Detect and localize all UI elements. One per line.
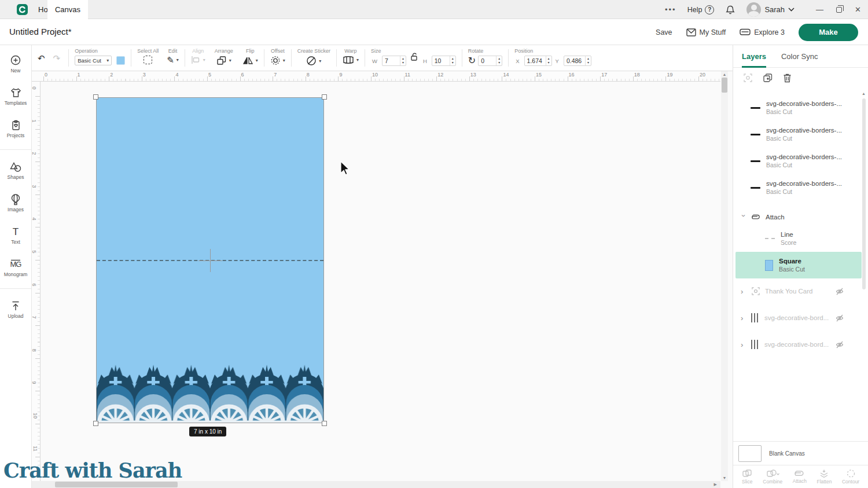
tab-canvas[interactable]: Canvas [47,0,88,19]
selection-handle-top-right[interactable] [322,94,327,100]
position-y-input[interactable] [564,57,585,64]
hidden-eye-icon[interactable] [836,341,844,348]
group-button[interactable] [743,73,753,85]
selection-handle-top-left[interactable] [93,94,98,100]
position-x-input[interactable] [525,57,546,64]
layer-row[interactable]: svg-decorative-borders-... Basic Cut [733,121,868,148]
color-swatch[interactable] [116,56,125,65]
chevron-collapsed-icon[interactable]: › [741,287,746,296]
position-y-field[interactable]: ▴▾ [564,56,591,66]
duplicate-button[interactable] [763,73,773,85]
sidebar-item-shapes[interactable]: Shapes [8,161,24,180]
rotate-input[interactable] [479,57,496,64]
notifications-bell-icon[interactable] [725,5,735,15]
slice-button[interactable]: Slice [742,469,753,485]
hidden-eye-icon[interactable] [836,314,844,322]
machine-select-button[interactable]: Explore 3 [740,28,785,36]
selection-handle-bottom-left[interactable] [93,421,98,426]
layer-row-selected[interactable]: Square Basic Cut [735,252,862,278]
delete-button[interactable] [783,73,792,85]
sidebar-item-new[interactable]: New [9,54,22,74]
sidebar-item-images[interactable]: Images [8,193,24,212]
maximize-button[interactable] [836,7,842,13]
height-stepper[interactable]: ▴▾ [450,56,455,65]
attach-button[interactable]: Attach [793,469,807,484]
panel-scrollbar[interactable]: ▲ [862,91,866,438]
flip-label: Flip [246,48,255,54]
scroll-right-icon[interactable]: ▶ [714,482,717,487]
height-field[interactable]: ▴▾ [432,56,456,66]
help-button[interactable]: Help ? [687,5,715,14]
sidebar-item-upload[interactable]: Upload [8,300,24,319]
contour-button[interactable]: Contour [842,469,859,485]
border-group-row[interactable]: › svg-decorative-bord... [733,336,868,353]
rotate-field[interactable]: ▴▾ [478,56,502,66]
position-y-stepper[interactable]: ▴▾ [585,56,591,65]
arrange-label: Arrange [215,48,233,54]
user-menu[interactable]: Sarah [746,2,795,17]
edit-group[interactable]: Edit ✎ ▾ [167,45,179,71]
chevron-collapsed-icon[interactable]: › [741,314,746,322]
operation-select[interactable]: Basic Cut ▾ [75,56,112,65]
flip-group[interactable]: Flip ▾ [242,45,258,71]
undo-icon[interactable]: ↶ [38,54,45,63]
selection-handle-bottom-right[interactable] [322,421,327,426]
warp-group[interactable]: Warp ▾ [343,45,359,71]
rotate-icon[interactable]: ↻ [468,56,476,65]
card-shape[interactable] [96,97,324,423]
chevron-expanded-icon[interactable]: › [740,214,748,220]
tab-layers[interactable]: Layers [742,45,766,68]
vertical-scrollbar[interactable]: ▲ ▼ [721,71,728,481]
unlock-icon[interactable] [410,52,418,61]
overflow-menu-icon[interactable]: ••• [665,5,676,14]
horizontal-scroll-thumb[interactable] [55,482,178,487]
border-group-row[interactable]: › svg-decorative-bord... [733,310,868,326]
scroll-up-icon[interactable]: ▲ [862,91,866,96]
select-all-group[interactable]: Select All [137,45,159,71]
size-tooltip: 7 in x 10 in [189,427,226,436]
cricut-logo-icon[interactable] [17,4,28,15]
width-field[interactable]: ▴▾ [382,56,406,66]
hidden-eye-icon[interactable] [836,288,844,295]
arrange-group[interactable]: Arrange ▾ [215,45,233,71]
width-stepper[interactable]: ▴▾ [400,56,406,65]
canvas-area[interactable]: 01234567891011121314151617181920 0123456… [32,71,733,488]
tab-color-sync[interactable]: Color Sync [781,45,818,68]
position-x-field[interactable]: ▴▾ [524,56,552,66]
redo-icon[interactable]: ↷ [53,54,61,63]
position-x-stepper[interactable]: ▴▾ [546,56,551,65]
layer-row[interactable]: svg-decorative-borders-... Basic Cut [733,148,868,174]
scroll-down-icon[interactable]: ▼ [723,476,727,480]
height-input[interactable] [432,57,450,64]
layer-row[interactable]: svg-decorative-borders-... Basic Cut [733,174,868,201]
sidebar-item-text[interactable]: T Text [9,226,22,245]
rotate-label: Rotate [468,48,484,54]
rotate-stepper[interactable]: ▴▾ [496,56,502,65]
minimize-button[interactable]: — [816,5,823,14]
layer-row[interactable]: Line Score [733,225,868,252]
make-button[interactable]: Make [799,24,858,41]
decorative-border-layer[interactable] [97,363,323,423]
scroll-up-icon[interactable]: ▲ [723,72,727,76]
flatten-button[interactable]: Flatten [816,469,832,485]
align-icon [191,56,201,64]
sidebar-item-projects[interactable]: Projects [7,119,25,138]
combine-button[interactable]: Combine [763,469,782,485]
close-button[interactable]: ✕ [855,5,861,14]
toolbar-divider [462,49,462,67]
offset-group[interactable]: Offset ▾ [270,45,285,71]
save-button[interactable]: Save [656,28,672,36]
chevron-collapsed-icon[interactable]: › [741,340,746,349]
width-input[interactable] [382,57,400,64]
sidebar-item-monogram[interactable]: MG Monogram [4,258,28,277]
vertical-scroll-thumb[interactable] [722,78,727,93]
action-label: Combine [763,479,782,485]
blank-canvas-row[interactable]: Blank Canvas [733,441,868,465]
panel-scroll-thumb[interactable] [862,98,866,289]
my-stuff-button[interactable]: My Stuff [686,28,726,36]
create-sticker-group[interactable]: Create Sticker ▾ [297,45,330,71]
thank-you-card-group-row[interactable]: › Thank You Card [733,283,868,299]
attach-group-row[interactable]: › Attach [733,209,868,225]
sidebar-item-templates[interactable]: Templates [5,87,27,106]
layer-row[interactable]: svg-decorative-borders-... Basic Cut [733,94,868,121]
